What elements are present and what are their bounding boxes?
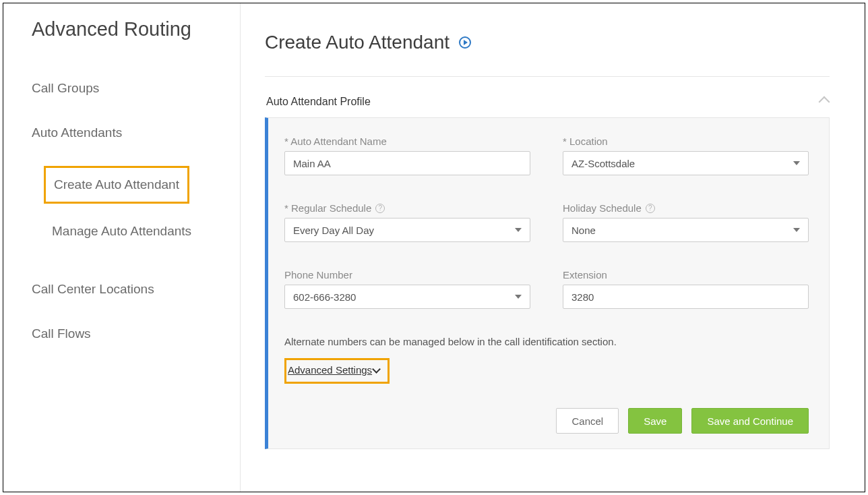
caret-down-icon	[793, 228, 800, 232]
nav-create-auto-attendant[interactable]: Create Auto Attendant	[44, 166, 189, 204]
name-label: * Auto Attendant Name	[284, 136, 530, 147]
play-icon[interactable]	[459, 36, 471, 49]
location-select[interactable]: AZ-Scottsdale	[563, 151, 809, 175]
nav-call-groups[interactable]: Call Groups	[32, 81, 220, 96]
nav-call-flows[interactable]: Call Flows	[32, 326, 220, 341]
section-header[interactable]: Auto Attendant Profile	[265, 77, 830, 117]
extension-value: 3280	[571, 291, 594, 303]
profile-panel: * Auto Attendant Name Main AA * Location…	[265, 117, 830, 449]
phone-label: Phone Number	[284, 269, 530, 281]
alternate-numbers-note: Alternate numbers can be managed below i…	[284, 336, 809, 347]
save-button[interactable]: Save	[628, 408, 682, 434]
phone-value: 602-666-3280	[293, 291, 356, 303]
regular-schedule-value: Every Day All Day	[293, 225, 374, 236]
regular-schedule-label: * Regular Schedule ?	[284, 202, 530, 214]
holiday-schedule-value: None	[571, 225, 596, 236]
regular-schedule-select[interactable]: Every Day All Day	[284, 218, 530, 242]
section-title: Auto Attendant Profile	[266, 96, 371, 108]
main-content: Create Auto Attendant Auto Attendant Pro…	[241, 3, 865, 492]
nav-call-center-locations[interactable]: Call Center Locations	[32, 282, 220, 297]
sidebar: Advanced Routing Call Groups Auto Attend…	[3, 3, 241, 492]
advanced-settings-highlight: Advanced Settings	[284, 358, 390, 384]
location-value: AZ-Scottsdale	[571, 158, 635, 169]
extension-label: Extension	[563, 269, 809, 281]
chevron-up-icon	[819, 96, 830, 108]
phone-select[interactable]: 602-666-3280	[284, 285, 530, 309]
help-icon[interactable]: ?	[646, 204, 655, 213]
extension-input[interactable]: 3280	[563, 285, 809, 309]
nav-auto-attendants[interactable]: Auto Attendants	[32, 125, 220, 140]
help-icon[interactable]: ?	[375, 204, 385, 213]
sidebar-title: Advanced Routing	[32, 18, 220, 40]
save-and-continue-button[interactable]: Save and Continue	[691, 408, 809, 434]
advanced-settings-link[interactable]: Advanced Settings	[288, 364, 379, 376]
chevron-down-icon	[372, 365, 381, 374]
name-value: Main AA	[293, 158, 331, 169]
caret-down-icon	[515, 295, 522, 299]
holiday-schedule-select[interactable]: None	[563, 218, 809, 242]
holiday-schedule-label: Holiday Schedule ?	[563, 202, 809, 214]
name-input[interactable]: Main AA	[284, 151, 530, 175]
cancel-button[interactable]: Cancel	[556, 408, 619, 434]
caret-down-icon	[793, 161, 800, 165]
caret-down-icon	[515, 228, 522, 232]
nav-manage-auto-attendants[interactable]: Manage Auto Attendants	[44, 214, 199, 248]
page-title: Create Auto Attendant	[265, 32, 450, 53]
location-label: * Location	[563, 136, 809, 147]
